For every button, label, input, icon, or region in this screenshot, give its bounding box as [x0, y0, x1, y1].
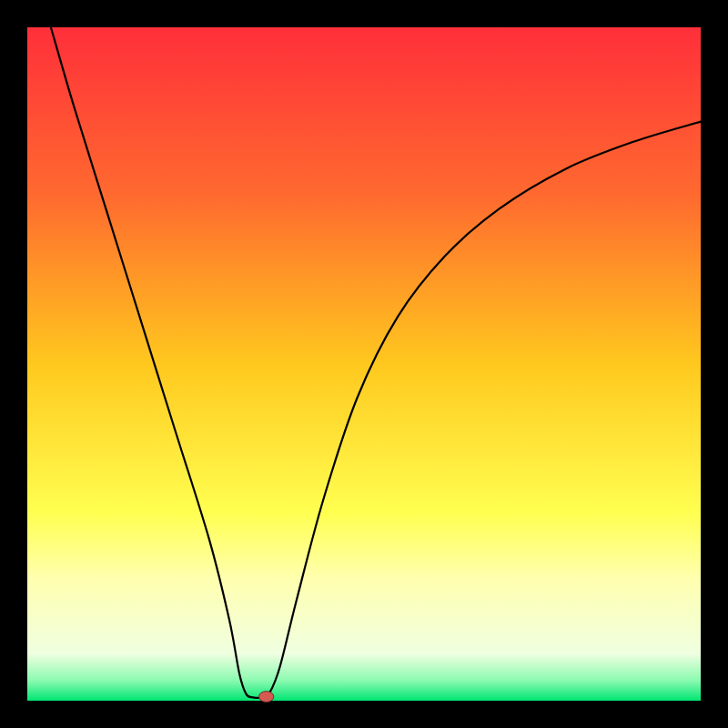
sweet-spot-marker — [259, 692, 274, 703]
chart-svg — [0, 0, 728, 728]
chart-plot-background — [27, 27, 701, 701]
chart-frame: TheBottleneck.com — [0, 0, 728, 728]
